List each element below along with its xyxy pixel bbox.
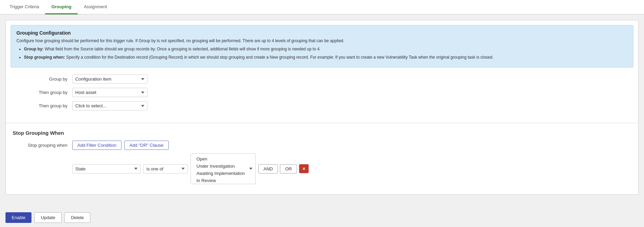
stop-grouping-label: Stop grouping when <box>13 141 67 148</box>
update-button[interactable]: Update <box>34 212 62 223</box>
info-box: Grouping Configuration Configure how gro… <box>11 25 633 68</box>
info-box-list: Group by: What field from the Source tab… <box>24 46 628 60</box>
state-field-select[interactable]: StateAssignmentPriority <box>72 164 141 174</box>
filter-conditions-row: StateAssignmentPriority is one ofisis no… <box>72 153 309 184</box>
bullet-2-text: Specify a condition for the Destination … <box>66 55 493 60</box>
add-filter-condition-button[interactable]: Add Filter Condition <box>72 141 121 150</box>
section-divider <box>6 123 638 123</box>
stop-grouping-title: Stop Grouping When <box>13 130 631 136</box>
stop-grouping-filter-row: Stop grouping when Add Filter Condition … <box>13 141 631 184</box>
value-listbox[interactable]: OpenUnder InvestigationAwaiting Implemen… <box>191 153 256 184</box>
stop-grouping-section: Stop Grouping When Stop grouping when Ad… <box>6 127 638 194</box>
then-group-by-row-1: Then group by Host assetConfiguration it… <box>13 88 631 97</box>
info-box-bullet-1: Group by: What field from the Source tab… <box>24 46 628 52</box>
operator-select[interactable]: is one ofisis notis emptyis not empty <box>143 164 188 174</box>
then-group-by-select-1[interactable]: Host assetConfiguration itemClick to sel… <box>72 88 147 97</box>
tabs-bar: Trigger Criteria Grouping Assignment <box>0 0 644 14</box>
then-group-by-select-2[interactable]: Host assetConfiguration itemClick to sel… <box>72 101 147 110</box>
info-box-description: Configure how grouping should be perform… <box>16 38 628 43</box>
tab-trigger-criteria[interactable]: Trigger Criteria <box>3 0 45 14</box>
then-group-by-row-2: Then group by Host assetConfiguration it… <box>13 101 631 110</box>
enable-button[interactable]: Enable <box>5 212 31 223</box>
then-group-by-label-2: Then group by <box>13 103 67 108</box>
add-or-clause-button[interactable]: Add "OR" Clause <box>124 141 169 150</box>
and-button[interactable]: AND <box>258 164 278 174</box>
info-box-bullet-2: Stop grouping when: Specify a condition … <box>24 54 628 60</box>
grouping-card: Grouping Configuration Configure how gro… <box>5 20 639 195</box>
delete-button[interactable]: Delete <box>64 212 90 223</box>
filter-content: Add Filter Condition Add "OR" Clause Sta… <box>72 141 309 184</box>
group-by-row: Group by Configuration itemHost assetCli… <box>13 74 631 84</box>
bullet-1-label: Group by: <box>24 47 43 51</box>
action-buttons: AND OR × <box>258 164 309 174</box>
info-box-title: Grouping Configuration <box>16 30 628 36</box>
bullet-2-label: Stop grouping when: <box>24 55 65 60</box>
tab-assignment[interactable]: Assignment <box>78 0 113 14</box>
content-area: Grouping Configuration Configure how gro… <box>0 14 644 208</box>
footer-buttons: Enable Update Delete <box>0 208 644 227</box>
main-container: Trigger Criteria Grouping Assignment Gro… <box>0 0 644 227</box>
form-section: Group by Configuration itemHost assetCli… <box>6 71 638 121</box>
group-by-label: Group by <box>13 76 67 82</box>
bullet-1-text: What field from the Source table should … <box>45 47 321 51</box>
group-by-select[interactable]: Configuration itemHost assetClick to sel… <box>72 74 147 84</box>
then-group-by-label-1: Then group by <box>13 90 67 95</box>
tab-grouping[interactable]: Grouping <box>45 0 78 14</box>
delete-row-button[interactable]: × <box>299 164 309 173</box>
filter-buttons: Add Filter Condition Add "OR" Clause <box>72 141 309 150</box>
or-button[interactable]: OR <box>280 164 297 174</box>
